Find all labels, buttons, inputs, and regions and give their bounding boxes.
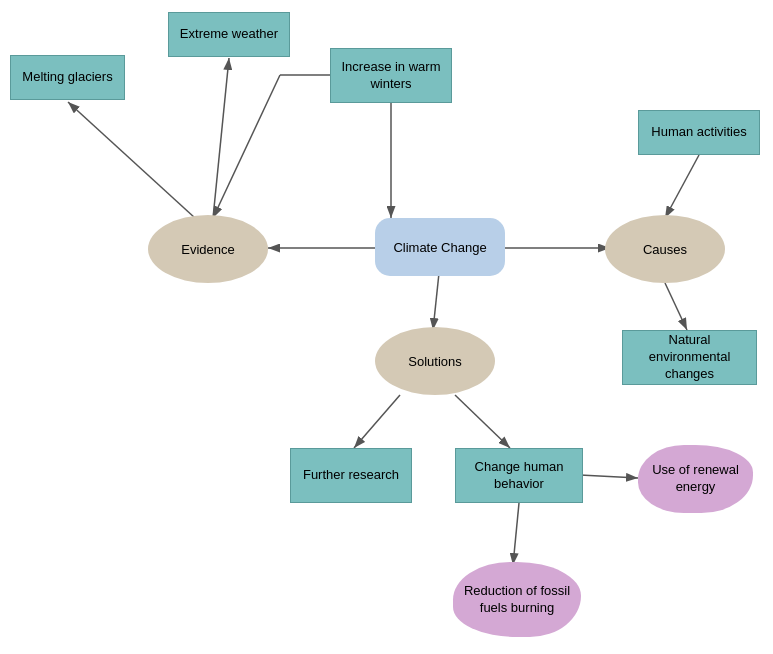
- svg-line-2: [213, 58, 229, 218]
- use-renewal-energy-node: Use of renewal energy: [638, 445, 753, 513]
- further-research-node: Further research: [290, 448, 412, 503]
- evidence-node: Evidence: [148, 215, 268, 283]
- human-activities-node: Human activities: [638, 110, 760, 155]
- extreme-weather-node: Extreme weather: [168, 12, 290, 57]
- solutions-node: Solutions: [375, 327, 495, 395]
- natural-env-node: Natural environmental changes: [622, 330, 757, 385]
- climate-change-node: Climate Change: [375, 218, 505, 276]
- svg-line-4: [213, 75, 280, 218]
- svg-line-12: [455, 395, 510, 448]
- svg-line-11: [354, 395, 400, 448]
- svg-line-14: [513, 503, 519, 565]
- change-behavior-node: Change human behavior: [455, 448, 583, 503]
- svg-line-13: [580, 475, 638, 478]
- svg-line-7: [665, 155, 699, 218]
- svg-line-1: [68, 102, 195, 218]
- increase-winters-node: Increase in warm winters: [330, 48, 452, 103]
- svg-line-10: [433, 273, 439, 330]
- svg-line-8: [665, 283, 687, 330]
- causes-node: Causes: [605, 215, 725, 283]
- fossil-fuels-node: Reduction of fossil fuels burning: [453, 562, 581, 637]
- diagram-container: Melting glaciers Extreme weather Increas…: [0, 0, 773, 654]
- melting-glaciers-node: Melting glaciers: [10, 55, 125, 100]
